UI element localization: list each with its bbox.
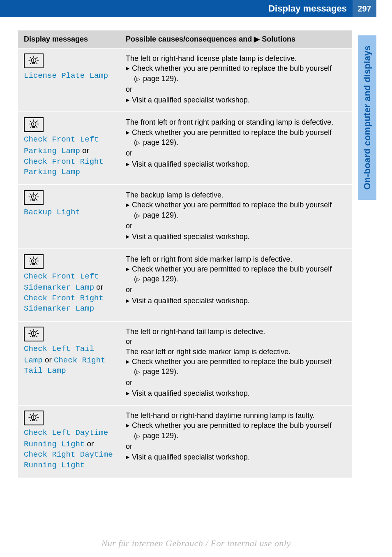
svg-point-32: [33, 262, 34, 262]
page-reference: ( page 129).: [126, 210, 346, 220]
table-row: Check Front Left Parking Lamp or Check F…: [18, 112, 352, 185]
col-header-solutions: Possible causes/consequences and ▶ Solut…: [120, 30, 352, 48]
solution-cell: The front left or front right parking or…: [120, 112, 352, 185]
display-message-text: Check Front Left Parking Lamp or Check F…: [24, 135, 114, 178]
header-right-margin: [376, 0, 392, 17]
bulb-warning-icon: [24, 53, 44, 68]
table-row: Check Left Tail Lamp or Check Right Tail…: [18, 321, 352, 405]
svg-line-5: [36, 57, 37, 58]
svg-line-35: [36, 258, 37, 259]
svg-point-42: [33, 334, 34, 335]
solution-steps: Check whether you are permitted to repla…: [126, 420, 346, 462]
svg-line-8: [30, 63, 31, 64]
message-cell: Check Front Left Parking Lamp or Check F…: [18, 112, 120, 185]
page-reference: ( page 129).: [126, 137, 346, 147]
svg-line-24: [30, 194, 31, 195]
footer-watermark: Nur für internen Gebrauch / For internal…: [0, 538, 392, 549]
table-row: Check Front Left Sidemarker Lamp or Chec…: [18, 249, 352, 322]
solution-step: Check whether you are permitted to repla…: [126, 200, 346, 210]
page-header: Display messages 297: [0, 0, 392, 17]
solution-step: Visit a qualified specialist workshop.: [126, 159, 346, 169]
message-cell: Check Left Daytime Running Light or Chec…: [18, 405, 120, 478]
solution-cell: The left or right-hand license plate lam…: [120, 48, 352, 112]
svg-line-25: [36, 194, 37, 195]
message-cell: Backup Light: [18, 185, 120, 248]
message-cell: License Plate Lamp: [18, 48, 120, 112]
svg-line-45: [36, 330, 37, 332]
table-row: Backup LightThe backup lamp is defective…: [18, 185, 352, 248]
cause-text: The left or right-hand tail lamp is defe…: [126, 327, 346, 337]
svg-line-44: [30, 330, 31, 332]
solution-step: Visit a qualified specialist workshop.: [126, 232, 346, 241]
svg-line-34: [30, 258, 31, 259]
solution-cell: The left or right-hand tail lamp is defe…: [120, 321, 352, 405]
solution-step: Check whether you are permitted to repla…: [126, 420, 346, 430]
svg-line-49: [36, 336, 37, 337]
bulb-warning-icon: [24, 254, 44, 269]
page-number: 297: [353, 0, 376, 17]
solution-cell: The left or right front side marker lamp…: [120, 249, 352, 322]
svg-line-38: [30, 263, 31, 264]
page-reference: ( page 129).: [126, 74, 346, 84]
header-title: Display messages: [265, 0, 353, 17]
or-separator: or: [126, 84, 346, 94]
page-reference: ( page 129).: [126, 431, 346, 441]
svg-line-29: [36, 200, 37, 200]
cause-text: The backup lamp is defective.: [126, 190, 346, 200]
cause-text: The rear left or right side marker lamp …: [126, 347, 346, 357]
svg-line-58: [30, 420, 31, 421]
solution-steps: Check whether you are permitted to repla…: [126, 264, 346, 306]
bulb-warning-icon: [24, 190, 44, 205]
or-separator: or: [126, 148, 346, 158]
solution-steps: Check whether you are permitted to repla…: [126, 200, 346, 241]
solution-step: Visit a qualified specialist workshop.: [126, 452, 346, 462]
display-messages-table: Display messages Possible causes/consequ…: [18, 30, 352, 478]
svg-line-39: [36, 263, 37, 264]
page-reference: ( page 129).: [126, 274, 346, 284]
svg-line-55: [36, 414, 37, 415]
header-spacer: [0, 0, 265, 17]
solution-cell: The left-hand or right-hand daytime runn…: [120, 405, 352, 478]
solution-step: Check whether you are permitted to repla…: [126, 63, 346, 73]
svg-line-54: [30, 414, 31, 415]
col-header-messages: Display messages: [18, 30, 120, 48]
svg-point-52: [33, 418, 34, 419]
solution-steps: Check whether you are permitted to repla…: [126, 63, 346, 105]
display-message-text: Check Front Left Sidemarker Lamp or Chec…: [24, 272, 114, 315]
bulb-warning-icon: [24, 327, 44, 341]
svg-line-48: [30, 336, 31, 337]
page-reference: ( page 129).: [126, 367, 346, 376]
svg-line-14: [30, 121, 31, 122]
display-message-text: License Plate Lamp: [24, 71, 114, 81]
svg-line-9: [36, 63, 37, 64]
display-message-text: Check Left Daytime Running Light or Chec…: [24, 428, 114, 471]
svg-line-18: [30, 127, 31, 128]
cause-text: The left or right front side marker lamp…: [126, 254, 346, 264]
svg-line-28: [30, 200, 31, 200]
solution-step: Visit a qualified specialist workshop.: [126, 95, 346, 105]
svg-point-12: [33, 125, 34, 125]
or-separator: or: [126, 378, 346, 388]
svg-line-19: [36, 127, 37, 128]
display-message-text: Check Left Tail Lamp or Check Right Tail…: [24, 344, 114, 376]
solution-steps: Check whether you are permitted to repla…: [126, 357, 346, 398]
svg-line-15: [36, 121, 37, 122]
table-row: License Plate LampThe left or right-hand…: [18, 48, 352, 112]
solution-step: Check whether you are permitted to repla…: [126, 128, 346, 137]
solution-steps: Check whether you are permitted to repla…: [126, 128, 346, 169]
svg-point-22: [33, 198, 34, 198]
solution-step: Visit a qualified specialist workshop.: [126, 296, 346, 306]
message-cell: Check Left Tail Lamp or Check Right Tail…: [18, 321, 120, 405]
svg-point-2: [33, 61, 34, 62]
or-separator: or: [126, 337, 346, 346]
bulb-warning-icon: [24, 117, 44, 132]
svg-line-59: [36, 420, 37, 421]
solution-cell: The backup lamp is defective.Check wheth…: [120, 185, 352, 248]
svg-line-4: [30, 57, 31, 58]
section-tab-label: On-board computer and displays: [362, 46, 373, 190]
message-cell: Check Front Left Sidemarker Lamp or Chec…: [18, 249, 120, 322]
table-row: Check Left Daytime Running Light or Chec…: [18, 405, 352, 478]
cause-text: The left or right-hand license plate lam…: [126, 53, 346, 63]
bulb-warning-icon: [24, 411, 44, 425]
solution-step: Check whether you are permitted to repla…: [126, 264, 346, 274]
